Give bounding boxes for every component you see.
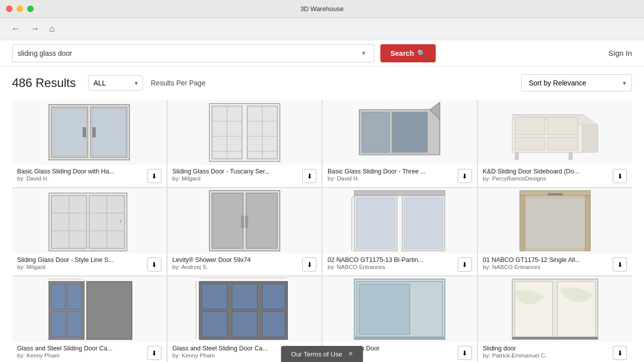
filter-select-wrapper: ALL Models Collections <box>88 75 143 90</box>
result-text: Glass and Steel Sliding Door Ca... by: K… <box>17 345 145 358</box>
door-image <box>12 277 167 342</box>
sign-in-button[interactable]: Sign In <box>608 49 632 57</box>
svg-rect-82 <box>512 337 598 339</box>
result-text: Basic Glass Sliding Door - Three ... by:… <box>328 168 456 182</box>
result-author: by: David H. <box>328 175 456 182</box>
result-text: 02 NABCO GT1175-13 Bi-Partin... by: NABC… <box>328 256 456 270</box>
result-info: 01 NABCO GT1175-12 Single All... by: NAB… <box>478 253 632 276</box>
result-thumbnail: › <box>12 188 167 253</box>
result-author: by: Kenny Pham <box>17 352 145 358</box>
search-icon: 🔍 <box>417 49 426 57</box>
result-card[interactable]: 01 NABCO GT1175-12 Single All... by: NAB… <box>478 188 632 276</box>
terms-label: Our Terms of Use <box>291 350 343 358</box>
svg-rect-30 <box>569 152 573 160</box>
result-thumbnail <box>12 277 167 342</box>
result-title: Levity® Shower Door 59x74 <box>173 256 283 263</box>
titlebar: 3D Warehouse <box>0 0 644 18</box>
svg-rect-27 <box>515 137 545 150</box>
svg-rect-64 <box>67 312 82 337</box>
svg-rect-20 <box>362 112 389 152</box>
svg-rect-60 <box>87 282 132 339</box>
download-button[interactable]: ⬇ <box>613 257 627 272</box>
result-thumbnail <box>478 188 632 253</box>
svg-rect-43 <box>246 193 277 248</box>
svg-rect-42 <box>212 193 243 248</box>
svg-rect-70 <box>202 312 227 337</box>
filters-row: 486 Results ALL Models Collections Resul… <box>12 74 632 92</box>
result-info: Basic Glass Sliding Door with Ha... by: … <box>12 165 167 187</box>
window-title: 3D Warehouse <box>300 5 344 13</box>
svg-rect-69 <box>262 284 285 309</box>
svg-rect-61 <box>51 284 65 309</box>
svg-text:›: › <box>119 217 122 225</box>
result-title: Basic Glass Sliding Door - Three ... <box>328 168 438 175</box>
svg-rect-78 <box>354 337 445 339</box>
download-button[interactable]: ⬇ <box>302 169 316 183</box>
search-input[interactable] <box>18 49 359 57</box>
result-info: Glass and Steel Sliding Door Ca... by: K… <box>12 342 167 362</box>
result-card[interactable]: Basic Glass Sliding Door - Three ... by:… <box>323 100 477 187</box>
svg-rect-21 <box>392 112 427 152</box>
result-text: Basic Glass Sliding Door with Ha... by: … <box>17 168 145 182</box>
svg-rect-62 <box>67 284 82 309</box>
door-image <box>168 188 322 253</box>
result-thumbnail <box>478 100 632 165</box>
svg-rect-58 <box>547 193 562 196</box>
result-author: by: NABCO Entrances <box>328 264 456 270</box>
result-author: by: PercyRamosDesigns <box>483 175 611 182</box>
result-card[interactable]: Glass and Steel Sliding Door Ca... by: K… <box>12 277 167 362</box>
result-card[interactable]: Sliding Glass Door - Tuscany Ser... by: … <box>168 100 322 187</box>
terms-bar: Our Terms of Use × <box>281 346 363 362</box>
download-button[interactable]: ⬇ <box>147 257 162 272</box>
result-thumbnail <box>168 188 322 253</box>
search-button[interactable]: Search 🔍 <box>380 44 436 62</box>
terms-close-button[interactable]: × <box>348 350 353 358</box>
result-card[interactable]: Levity® Shower Door 59x74 by: Andrzej S.… <box>168 188 322 276</box>
result-author: by: Andrzej S. <box>173 264 301 270</box>
result-card[interactable]: › Sliding Glass Door - Style Line S... b… <box>12 188 167 276</box>
forward-button[interactable]: → <box>27 22 42 36</box>
svg-rect-63 <box>51 312 65 337</box>
result-thumbnail <box>12 100 167 165</box>
download-button[interactable]: ⬇ <box>613 346 627 360</box>
result-thumbnail <box>168 100 322 165</box>
result-title: Sliding Glass Door - Style Line S... <box>17 256 128 263</box>
result-title: Sliding Glass Door - Tuscany Ser... <box>173 168 283 175</box>
door-image <box>323 188 477 253</box>
download-button[interactable]: ⬇ <box>147 346 162 360</box>
result-info: Sliding Glass Door - Style Line S... by:… <box>12 253 167 276</box>
svg-rect-50 <box>405 198 442 248</box>
result-card[interactable]: 02 NABCO GT1175-13 Bi-Partin... by: NABC… <box>323 188 477 276</box>
result-card[interactable]: Basic Glass Sliding Door with Ha... by: … <box>12 100 167 187</box>
result-card[interactable]: K&D Sliding Door Sideboard (Do... by: Pe… <box>478 100 632 187</box>
search-input-wrapper: ▼ <box>12 44 374 62</box>
result-author: by: Milgard <box>17 264 145 270</box>
result-author: by: NABCO Entrances <box>483 264 611 270</box>
home-button[interactable]: ⌂ <box>46 22 58 36</box>
svg-rect-72 <box>262 312 285 337</box>
result-info: 02 NABCO GT1175-13 Bi-Partin... by: NABC… <box>323 253 477 276</box>
download-button[interactable]: ⬇ <box>458 257 472 272</box>
search-dropdown-icon[interactable]: ▼ <box>359 50 369 57</box>
download-button[interactable]: ⬇ <box>613 169 627 183</box>
download-button[interactable]: ⬇ <box>458 169 472 183</box>
maximize-button[interactable] <box>27 6 34 12</box>
window-controls <box>6 6 34 12</box>
download-button[interactable]: ⬇ <box>458 346 472 360</box>
svg-rect-26 <box>547 117 578 135</box>
minimize-button[interactable] <box>17 6 23 12</box>
result-title: Basic Glass Sliding Door with Ha... <box>17 168 128 175</box>
result-thumbnail <box>478 277 632 342</box>
result-card[interactable]: Sliding door by: Patrick-Emmanuel C. ⬇ <box>478 277 632 362</box>
result-info: Basic Glass Sliding Door - Three ... by:… <box>323 165 477 187</box>
sort-select[interactable]: Sort by Relevance Sort by Date Sort by N… <box>521 74 632 92</box>
download-button[interactable]: ⬇ <box>147 169 162 183</box>
results-grid: Basic Glass Sliding Door with Ha... by: … <box>12 100 632 362</box>
svg-rect-67 <box>202 284 227 309</box>
content-area: 486 Results ALL Models Collections Resul… <box>0 66 644 362</box>
download-button[interactable]: ⬇ <box>302 257 316 272</box>
filter-select[interactable]: ALL Models Collections <box>88 75 143 90</box>
result-thumbnail <box>323 100 477 165</box>
back-button[interactable]: ← <box>8 22 23 36</box>
close-button[interactable] <box>6 6 13 12</box>
